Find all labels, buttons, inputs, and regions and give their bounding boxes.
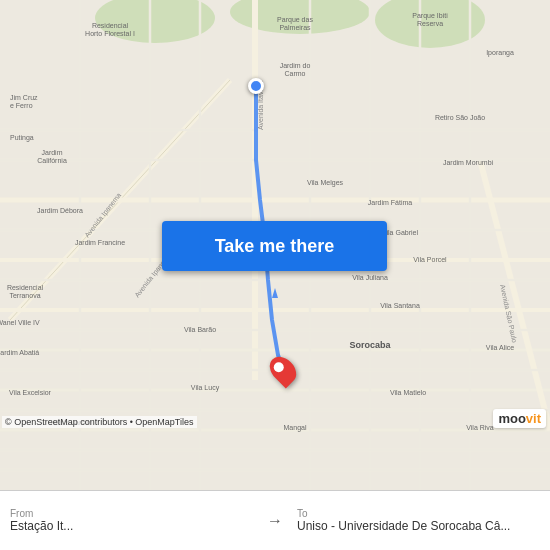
svg-text:Residencial: Residencial [7, 284, 44, 291]
svg-text:Retiro São João: Retiro São João [435, 114, 485, 121]
take-me-there-label: Take me there [215, 236, 335, 257]
svg-text:Carmo: Carmo [284, 70, 305, 77]
svg-text:Jardim Morumbi: Jardim Morumbi [443, 159, 494, 166]
svg-text:Iporanga: Iporanga [486, 49, 514, 57]
map-attribution: © OpenStreetMap contributors • OpenMapTi… [2, 416, 197, 428]
svg-text:Parque Ibiti: Parque Ibiti [412, 12, 448, 20]
svg-text:Terranova: Terranova [9, 292, 40, 299]
moovit-logo: moovit [493, 409, 546, 428]
to-value: Uniso - Universidade De Sorocaba Câ... [297, 519, 510, 533]
svg-text:Vila Riva: Vila Riva [466, 424, 494, 431]
svg-text:Jardim Abatiá: Jardim Abatiá [0, 349, 39, 356]
svg-text:Wanel Ville IV: Wanel Ville IV [0, 319, 40, 326]
svg-text:Jardim Débora: Jardim Débora [37, 207, 83, 214]
svg-text:Horto Florestal I: Horto Florestal I [85, 30, 135, 37]
svg-text:Palmeiras: Palmeiras [279, 24, 311, 31]
from-label: From [10, 508, 33, 519]
to-item[interactable]: To Uniso - Universidade De Sorocaba Câ..… [287, 502, 550, 539]
svg-text:Reserva: Reserva [417, 20, 443, 27]
svg-text:Vila Matlelo: Vila Matlelo [390, 389, 426, 396]
svg-text:Residencial: Residencial [92, 22, 129, 29]
to-label: To [297, 508, 308, 519]
svg-text:Vila Porcel: Vila Porcel [413, 256, 447, 263]
svg-text:Jardim Fátima: Jardim Fátima [368, 199, 412, 206]
svg-text:Sorocaba: Sorocaba [349, 340, 391, 350]
take-me-there-button[interactable]: Take me there [162, 221, 387, 271]
svg-text:Vila Gabriel: Vila Gabriel [382, 229, 419, 236]
destination-marker [272, 355, 294, 385]
svg-text:Vila Juliana: Vila Juliana [352, 274, 388, 281]
map-container: Residencial Horto Florestal I Parque das… [0, 0, 550, 490]
from-item[interactable]: From Estação It... [0, 502, 263, 539]
svg-text:Vila Barão: Vila Barão [184, 326, 216, 333]
svg-text:Jardim do: Jardim do [280, 62, 311, 69]
svg-text:Vila Melges: Vila Melges [307, 179, 344, 187]
origin-marker [248, 78, 264, 94]
svg-text:Jardim Francine: Jardim Francine [75, 239, 125, 246]
svg-text:Putinga: Putinga [10, 134, 34, 142]
bottom-bar: From Estação It... → To Uniso - Universi… [0, 490, 550, 550]
route-arrow: → [263, 512, 287, 530]
svg-text:Vila Alice: Vila Alice [486, 344, 514, 351]
svg-text:Vila Excelsior: Vila Excelsior [9, 389, 52, 396]
svg-text:Parque das: Parque das [277, 16, 313, 24]
svg-text:Califórnia: Califórnia [37, 157, 67, 164]
svg-text:e Ferro: e Ferro [10, 102, 33, 109]
svg-text:Jim Cruz: Jim Cruz [10, 94, 38, 101]
svg-text:Vila Lucy: Vila Lucy [191, 384, 220, 392]
svg-text:Mangal: Mangal [284, 424, 307, 432]
svg-text:Jardim: Jardim [41, 149, 62, 156]
svg-text:Vila Santana: Vila Santana [380, 302, 420, 309]
from-value: Estação It... [10, 519, 73, 533]
